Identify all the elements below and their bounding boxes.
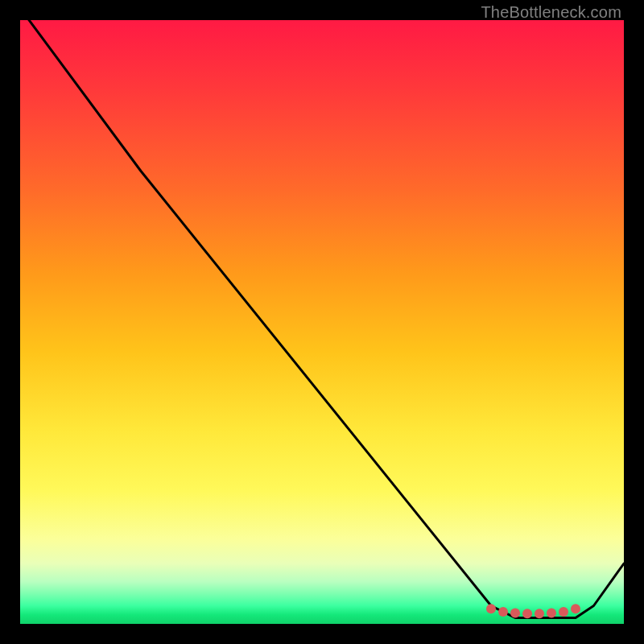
chart-frame: TheBottleneck.com bbox=[0, 0, 644, 644]
plot-area bbox=[20, 20, 624, 624]
marker-dot bbox=[486, 604, 496, 613]
marker-dot bbox=[510, 609, 520, 618]
marker-dot bbox=[547, 609, 556, 618]
marker-dot bbox=[559, 607, 568, 617]
marker-dot bbox=[535, 609, 544, 618]
marker-dot bbox=[571, 604, 580, 613]
flat-region-markers bbox=[486, 604, 580, 618]
line-series-curve bbox=[20, 20, 624, 618]
marker-dot bbox=[498, 607, 508, 617]
attribution-text: TheBottleneck.com bbox=[481, 3, 621, 22]
marker-dot bbox=[522, 609, 532, 618]
chart-svg bbox=[20, 20, 624, 624]
